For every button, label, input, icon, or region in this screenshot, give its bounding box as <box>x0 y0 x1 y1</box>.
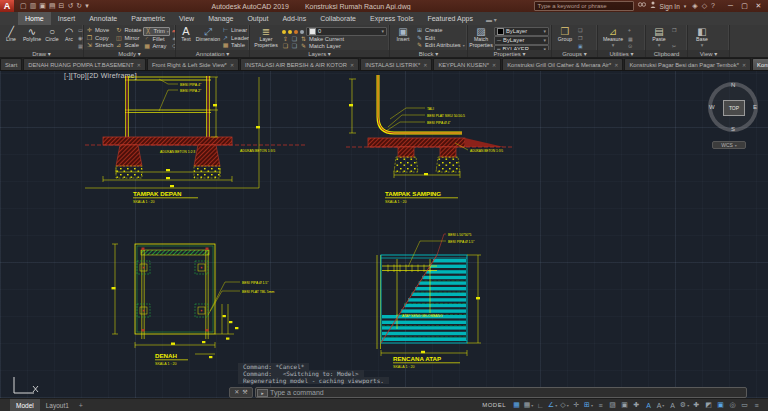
object-snap-icon[interactable]: ⊞▾ <box>583 400 594 411</box>
drawing-tampak-depan[interactable]: BESI PIPA 4" BESI PIPA 2" ADUKAN BETON 1… <box>85 76 305 204</box>
object-snap-tracking-icon[interactable]: ✛ <box>571 400 582 411</box>
file-tab-1[interactable]: DENAH RUANG POMPA LT.BASEMENT✕ <box>23 58 146 70</box>
rectangle-icon[interactable]: ▭▾ <box>78 27 83 33</box>
tab-close-icon[interactable]: ✕ <box>742 62 746 68</box>
match-layer-tool[interactable]: ❏❏✎ Match Layer <box>282 43 387 50</box>
command-close-icon[interactable]: ✕ <box>234 388 239 397</box>
quick-select-icon[interactable]: ⌖ <box>628 27 633 34</box>
insert-tool[interactable]: ▣ Insert <box>392 26 414 50</box>
file-tab-3[interactable]: INSTALASI AIR BERSIH & AIR KOTOR✕ <box>240 58 359 70</box>
paste-tool[interactable]: ▤ Paste ▾ <box>648 26 670 50</box>
quick-calc-icon[interactable]: ▦ <box>628 36 633 42</box>
isometric-drafting-icon[interactable]: ◇▾ <box>559 400 570 411</box>
grid-icon[interactable]: ▦ <box>511 400 522 411</box>
file-tab-0[interactable]: Start <box>0 58 22 70</box>
make-current-tool[interactable]: ⇪❏⇅ Make Current <box>282 36 387 43</box>
layer-properties-tool[interactable]: ≣ Layer Properties <box>252 26 280 50</box>
plot-icon[interactable]: ⊟ <box>59 0 65 12</box>
close-button[interactable]: ✕ <box>752 0 765 12</box>
move-tool[interactable]: ✛Move <box>86 27 113 34</box>
undo-icon[interactable]: ↺ <box>67 0 73 12</box>
model-space[interactable]: BESI PIPA 4" BESI PIPA 2" ADUKAN BETON 1… <box>0 71 768 398</box>
ribbon-tab-parametric[interactable]: Parametric <box>124 12 172 25</box>
ribbon-tab-insert[interactable]: Insert <box>51 12 83 25</box>
cut-icon[interactable]: ✂ <box>672 43 676 49</box>
customization-icon[interactable]: ≡ <box>751 400 762 411</box>
stretch-tool[interactable]: ⇲Stretch <box>86 42 113 49</box>
ribbon-tab-annotate[interactable]: Annotate <box>82 12 124 25</box>
hatch-icon[interactable]: ▦▾ <box>78 43 83 49</box>
isolate-objects-icon[interactable]: ◎ <box>727 400 738 411</box>
transparency-icon[interactable]: ▨ <box>607 400 618 411</box>
panel-title-annotation[interactable]: Annotation ▾ <box>176 50 249 58</box>
layer-on-icon[interactable] <box>282 30 286 34</box>
edit-block-tool[interactable]: ✎Edit <box>416 35 465 42</box>
file-tab-7[interactable]: Konstruksi Pagar Besi dan Pagar Tembok*✕ <box>624 58 751 70</box>
search-input[interactable]: Type a keyword or phrase <box>534 1 634 11</box>
base-tool[interactable]: ◧ Base ▾ <box>690 26 714 50</box>
file-tab-6[interactable]: Konstruksi Grill Oil Cather & Menara Air… <box>502 58 623 70</box>
trim-tool[interactable]: ╳Trim ▾ <box>143 27 169 36</box>
polar-tracking-icon[interactable]: ∠▾ <box>547 400 558 411</box>
command-recent-icon[interactable]: ▸ <box>257 389 268 397</box>
tab-close-icon[interactable]: ✕ <box>423 62 427 68</box>
open-icon[interactable]: ▥ <box>30 0 37 12</box>
ribbon-display-toggle-icon[interactable]: ▬ ▾ <box>480 14 503 25</box>
copy-tool[interactable]: ❐Copy <box>86 35 113 42</box>
panel-title-block[interactable]: Block ▾ <box>390 50 467 58</box>
model-tab[interactable]: Model <box>10 399 40 411</box>
file-tab-8[interactable]: Konstruksi Rumah Racun Api*✕ <box>752 58 768 70</box>
ribbon-tab-collaborate[interactable]: Collaborate <box>313 12 363 25</box>
rotate-tool[interactable]: ↻Rotate <box>115 27 141 34</box>
circle-tool[interactable]: ○ Circle <box>44 26 60 50</box>
layer-lock-icon[interactable] <box>294 30 298 34</box>
save-icon[interactable]: ▣ <box>39 0 46 12</box>
drawing-tampak-samping[interactable]: TALI BESI PLAT SIKU 50.50.5 BESI PIPA Ø … <box>346 75 512 204</box>
ribbon-tab-express-tools[interactable]: Express Tools <box>363 12 420 25</box>
group-select-icon[interactable]: ▣ <box>578 43 583 49</box>
mirror-tool[interactable]: ◫Mirror <box>115 35 141 42</box>
ellipse-icon[interactable]: ◉▾ <box>78 35 83 41</box>
snap-mode-icon[interactable]: ▦▾ <box>523 400 534 411</box>
edit-attributes-tool[interactable]: ✎Edit Attributes ▾ <box>416 42 465 49</box>
panel-title-layers[interactable]: Layers ▾ <box>250 50 389 58</box>
panel-title-modify[interactable]: Modify ▾ <box>84 50 175 58</box>
copy-clip-icon[interactable]: ❐ <box>672 27 676 33</box>
new-layout-button[interactable]: + <box>75 402 87 409</box>
help-icon[interactable]: ? <box>711 2 715 9</box>
sign-in-button[interactable]: Sign In <box>660 3 680 10</box>
leader-tool[interactable]: ↗Leader ▾ <box>222 35 249 42</box>
ribbon-tab-output[interactable]: Output <box>240 12 275 25</box>
lineweight-dropdown[interactable]: ─ByLayer▾ <box>494 36 549 45</box>
layout1-tab[interactable]: Layout1 <box>40 399 75 411</box>
drawing-canvas[interactable]: [-][Top][2D Wireframe] N W E S TOP WCS▾ <box>0 71 768 398</box>
annotation-scale-icon[interactable]: A <box>667 400 678 411</box>
file-tab-5[interactable]: KEYPLAN KUSEN*✕ <box>433 58 501 70</box>
command-line[interactable]: ✕ ⚒ ▸ Type a command <box>229 387 747 398</box>
dimension-tool[interactable]: ⤢ Dimension <box>196 26 220 50</box>
explode-icon[interactable]: ✶ <box>172 35 175 42</box>
annotation-autoscale-icon[interactable]: A▾ <box>655 400 666 411</box>
maximize-button[interactable]: ▢ <box>738 0 751 12</box>
ungroup-icon[interactable]: ❏ <box>578 27 583 33</box>
ucs-icon[interactable] <box>14 377 38 393</box>
ribbon-tab-featured-apps[interactable]: Featured Apps <box>420 12 480 25</box>
layer-color-icon[interactable] <box>300 30 304 34</box>
tab-close-icon[interactable]: ✕ <box>230 62 234 68</box>
layer-dropdown[interactable]: 0 ▾ <box>306 27 387 36</box>
linear-dimension-tool[interactable]: ⊢Linear ▾ <box>222 27 249 34</box>
ribbon-tab-view[interactable]: View <box>172 12 201 25</box>
polyline-tool[interactable]: ∿ Polyline <box>22 26 42 50</box>
command-wrench-icon[interactable]: ⚒ <box>242 388 247 397</box>
create-block-tool[interactable]: ⊞Create <box>416 27 465 34</box>
ribbon-tab-manage[interactable]: Manage <box>201 12 240 25</box>
search-binoculars-icon[interactable] <box>638 0 646 12</box>
workspace-icon[interactable]: ⚙▾ <box>679 400 690 411</box>
arc-tool[interactable]: ◠ Arc <box>62 26 76 50</box>
panel-title-properties[interactable]: Properties ▾ <box>468 50 551 58</box>
panel-title-groups[interactable]: Groups ▾ <box>552 50 597 58</box>
annotation-monitor-icon[interactable]: ✚ <box>691 400 702 411</box>
hardware-acceleration-icon[interactable]: ▣ <box>715 400 726 411</box>
file-tab-4[interactable]: INSTALASI LISTRIK*✕ <box>360 58 432 70</box>
file-tab-2[interactable]: Front Right & Left Side View*✕ <box>147 58 239 70</box>
